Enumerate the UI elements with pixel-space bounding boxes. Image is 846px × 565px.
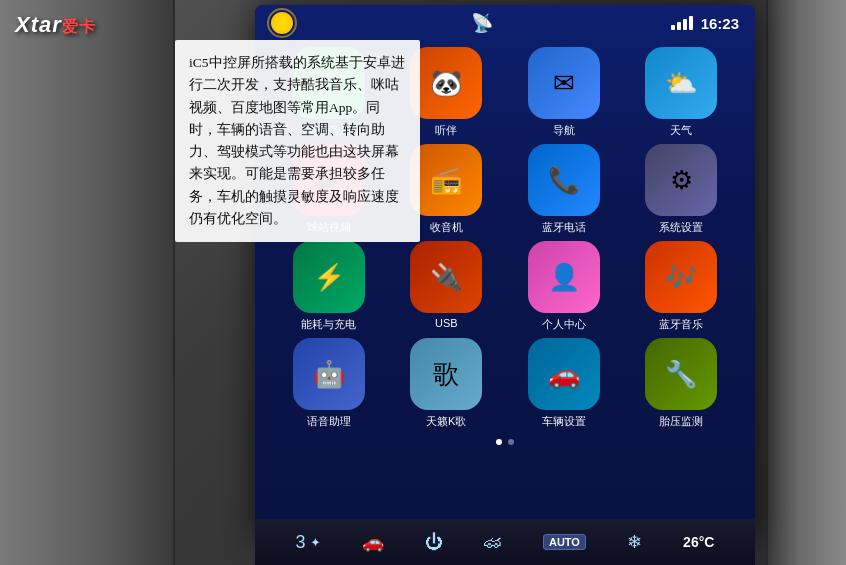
app-item-voice[interactable]: 🤖语音助理 <box>273 338 385 429</box>
fan-icon: 3 <box>296 532 306 553</box>
app-item-btmusic[interactable]: 🎶蓝牙音乐 <box>626 241 738 332</box>
snowflake-control[interactable]: ❄ <box>627 531 642 553</box>
app-label-voice: 语音助理 <box>307 414 351 429</box>
app-label-vehicle: 车辆设置 <box>542 414 586 429</box>
temperature-display[interactable]: 26°C <box>683 534 714 550</box>
app-icon-music2: 歌 <box>410 338 482 410</box>
app-item-power[interactable]: ⚡能耗与充电 <box>273 241 385 332</box>
app-icon-vehicle: 🚗 <box>528 338 600 410</box>
auto-control[interactable]: AUTO <box>543 534 586 550</box>
page-dots <box>255 435 755 449</box>
signal-bar-1 <box>671 25 675 30</box>
time-display: 16:23 <box>701 15 739 32</box>
app-label-tingban: 听伴 <box>435 123 457 138</box>
app-item-usb[interactable]: 🔌USB <box>391 241 503 332</box>
car-outline-icon: 🚗 <box>362 531 384 553</box>
status-center: 📡 <box>471 12 493 34</box>
app-icon-usb: 🔌 <box>410 241 482 313</box>
app-item-vehicle[interactable]: 🚗车辆设置 <box>508 338 620 429</box>
page-dot-0[interactable] <box>496 439 502 445</box>
signal-bar-2 <box>677 22 681 30</box>
app-icon-voice: 🤖 <box>293 338 365 410</box>
status-left <box>271 12 293 34</box>
right-seat <box>766 0 846 565</box>
aika-text: 爱卡 <box>62 18 96 35</box>
app-label-settings: 系统设置 <box>659 220 703 235</box>
signal-bar-4 <box>689 16 693 30</box>
app-item-music2[interactable]: 歌天籁K歌 <box>391 338 503 429</box>
temp-value: 26°C <box>683 534 714 550</box>
drive-icon: 🏎 <box>484 532 502 553</box>
app-icon-tianqi: ⛅ <box>645 47 717 119</box>
app-icon-tingban: 🐼 <box>410 47 482 119</box>
app-label-bluetooth: 蓝牙电话 <box>542 220 586 235</box>
app-item-personal[interactable]: 👤个人中心 <box>508 241 620 332</box>
status-right: 16:23 <box>671 15 739 32</box>
status-bar: 📡 16:23 <box>255 5 755 41</box>
app-icon-shouyin: 📻 <box>410 144 482 216</box>
car-mode-icon[interactable]: 🚗 <box>362 531 384 553</box>
app-icon-tire: 🔧 <box>645 338 717 410</box>
app-label-btmusic: 蓝牙音乐 <box>659 317 703 332</box>
app-label-usb: USB <box>435 317 458 329</box>
app-item-tianqi[interactable]: ⛅天气 <box>626 47 738 138</box>
app-label-personal: 个人中心 <box>542 317 586 332</box>
logo-area: Xtar爱卡 <box>15 12 96 38</box>
signal-bar-3 <box>683 19 687 30</box>
app-icon-btmusic: 🎶 <box>645 241 717 313</box>
article-text-box: iC5中控屏所搭载的系统基于安卓进行二次开发，支持酷我音乐、咪咕视频、百度地图等… <box>175 40 420 242</box>
app-icon-daohang: ✉ <box>528 47 600 119</box>
signal-bars <box>671 16 693 30</box>
app-item-settings[interactable]: ⚙系统设置 <box>626 144 738 235</box>
article-content: iC5中控屏所搭载的系统基于安卓进行二次开发，支持酷我音乐、咪咕视频、百度地图等… <box>189 52 406 230</box>
app-label-shouyin: 收音机 <box>430 220 463 235</box>
app-label-power: 能耗与充电 <box>301 317 356 332</box>
weather-icon <box>271 12 293 34</box>
app-icon-power: ⚡ <box>293 241 365 313</box>
app-label-daohang: 导航 <box>553 123 575 138</box>
app-label-tire: 胎压监测 <box>659 414 703 429</box>
app-label-tianqi: 天气 <box>670 123 692 138</box>
power-button[interactable]: ⏻ <box>425 532 443 553</box>
drive-mode[interactable]: 🏎 <box>484 532 502 553</box>
page-dot-1[interactable] <box>508 439 514 445</box>
app-label-music2: 天籁K歌 <box>426 414 466 429</box>
left-seat <box>0 0 175 565</box>
app-icon-personal: 👤 <box>528 241 600 313</box>
app-icon-settings: ⚙ <box>645 144 717 216</box>
app-item-tire[interactable]: 🔧胎压监测 <box>626 338 738 429</box>
bottom-control-bar: 3 ✦ 🚗 ⏻ 🏎 AUTO ❄ 26°C <box>255 519 755 565</box>
app-icon-bluetooth: 📞 <box>528 144 600 216</box>
auto-label: AUTO <box>543 534 586 550</box>
app-item-bluetooth[interactable]: 📞蓝牙电话 <box>508 144 620 235</box>
antenna-icon: 📡 <box>471 12 493 34</box>
brand-logo: Xtar爱卡 <box>15 12 96 38</box>
snowflake-icon: ❄ <box>627 531 642 553</box>
xtar-text: Xtar <box>15 12 62 37</box>
power-icon: ⏻ <box>425 532 443 553</box>
app-item-daohang[interactable]: ✉导航 <box>508 47 620 138</box>
fan-control[interactable]: 3 ✦ <box>296 532 321 553</box>
